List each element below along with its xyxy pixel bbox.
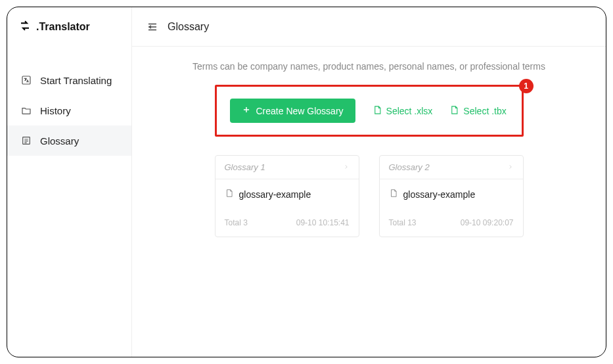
select-xlsx-label: Select .xlsx xyxy=(386,106,433,116)
glossary-timestamp: 09-10 09:20:07 xyxy=(461,218,514,227)
glossary-card-foot: Total 13 09-10 09:20:07 xyxy=(380,206,523,237)
glossary-card-title: Glossary 1 xyxy=(225,162,265,172)
create-glossary-button[interactable]: Create New Glossary xyxy=(230,99,355,123)
file-xlsx-icon xyxy=(373,105,382,117)
glossary-card-head: Glossary 2 xyxy=(380,156,523,179)
callout-badge: 1 xyxy=(519,79,534,93)
create-glossary-label: Create New Glossary xyxy=(256,106,344,116)
brand-name: .Translator xyxy=(36,21,90,33)
glossary-timestamp: 09-10 10:15:41 xyxy=(296,218,350,227)
select-tbx-button[interactable]: Select .tbx xyxy=(449,105,506,117)
sidebar-item-glossary[interactable]: Glossary xyxy=(7,125,131,156)
page-title: Glossary xyxy=(168,21,209,33)
plus-icon xyxy=(242,105,251,116)
glossary-filename: glossary-example xyxy=(239,189,311,200)
glossary-card[interactable]: Glossary 1 glossary-example xyxy=(215,155,359,237)
sidebar-item-start-translating[interactable]: Start Translating xyxy=(7,65,131,95)
sidebar-item-label: Glossary xyxy=(40,135,79,147)
brand-logo-icon xyxy=(19,20,31,34)
file-tbx-icon xyxy=(449,105,459,117)
glossary-card-head: Glossary 1 xyxy=(216,156,359,179)
glossary-total: Total 13 xyxy=(389,218,417,227)
glossary-filename: glossary-example xyxy=(403,189,476,200)
select-tbx-label: Select .tbx xyxy=(463,106,506,116)
glossary-card[interactable]: Glossary 2 glossary-example xyxy=(379,155,524,237)
glossary-card-title: Glossary 2 xyxy=(389,162,430,172)
glossary-cards: Glossary 1 glossary-example xyxy=(158,155,579,237)
hint-text: Terms can be company names, product name… xyxy=(158,61,579,72)
topbar: Glossary xyxy=(132,7,606,47)
app-window: .Translator Start Translating xyxy=(7,7,606,357)
sidebar: .Translator Start Translating xyxy=(7,7,132,357)
glossary-icon xyxy=(20,135,32,147)
content-area: Terms can be company names, product name… xyxy=(132,47,606,252)
file-icon xyxy=(389,189,398,200)
sidebar-item-label: Start Translating xyxy=(40,75,112,86)
svg-rect-0 xyxy=(22,76,30,84)
chevron-right-icon xyxy=(343,162,350,172)
actions-callout: 1 Create New Glossary xyxy=(215,85,524,137)
sidebar-nav: Start Translating History Glossary xyxy=(7,65,131,156)
glossary-card-foot: Total 3 09-10 10:15:41 xyxy=(216,206,359,237)
chevron-right-icon xyxy=(507,162,514,172)
file-icon xyxy=(225,189,234,200)
sidebar-item-label: History xyxy=(40,105,71,116)
main: Glossary Terms can be company names, pro… xyxy=(132,7,606,357)
collapse-sidebar-icon[interactable] xyxy=(147,21,158,33)
translate-icon xyxy=(20,74,32,86)
glossary-total: Total 3 xyxy=(225,218,248,227)
glossary-card-body: glossary-example xyxy=(380,179,523,206)
select-xlsx-button[interactable]: Select .xlsx xyxy=(373,105,433,117)
folder-icon xyxy=(20,104,32,116)
brand: .Translator xyxy=(7,7,131,47)
glossary-card-body: glossary-example xyxy=(216,179,359,206)
sidebar-item-history[interactable]: History xyxy=(7,95,131,125)
